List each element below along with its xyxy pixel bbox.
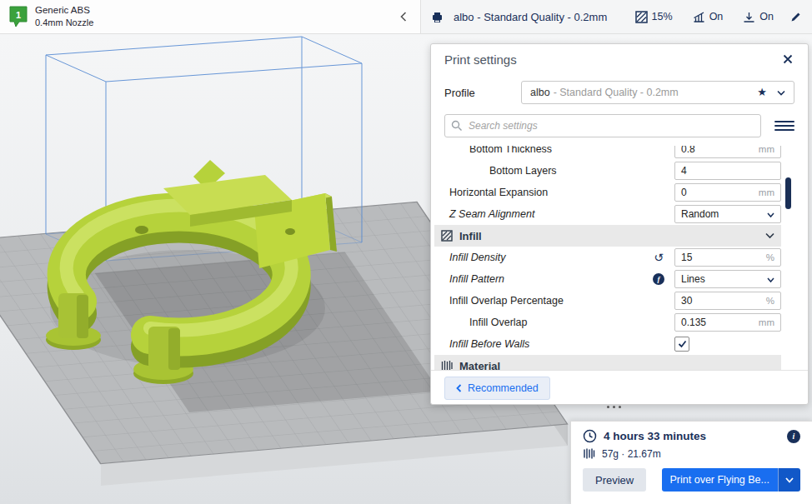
setting-row-bottom-layers: Bottom Layers 4 bbox=[431, 160, 808, 182]
setting-row-horizontal-expansion: Horizontal Expansion 0mm bbox=[431, 182, 808, 203]
recommended-mode-button[interactable]: Recommended bbox=[444, 377, 550, 400]
support-summary: On bbox=[693, 11, 724, 23]
panel-footer: Recommended bbox=[431, 370, 808, 404]
setting-row-infill-density: Infill Density ↺ 15% bbox=[431, 247, 808, 268]
printer-selector[interactable]: 1 Generic ABS 0.4mm Nozzle bbox=[0, 0, 421, 33]
print-settings-summary-bar[interactable]: albo - Standard Quality - 0.2mm 15% On O… bbox=[421, 0, 812, 33]
close-panel-button[interactable] bbox=[781, 52, 794, 66]
adhesion-icon bbox=[743, 11, 755, 23]
profile-name: albo bbox=[530, 87, 550, 98]
chevron-down-icon bbox=[777, 90, 785, 97]
printer-config-label: Generic ABS 0.4mm Nozzle bbox=[35, 4, 93, 28]
chevron-down-icon bbox=[765, 232, 774, 239]
material-usage-estimate: 57g · 21.67m bbox=[602, 448, 661, 460]
setting-row-infill-pattern: Infill Pattern f Lines bbox=[431, 268, 808, 290]
close-icon bbox=[783, 54, 793, 64]
support-state: On bbox=[709, 11, 724, 22]
chevron-down-icon bbox=[785, 477, 794, 483]
formula-icon[interactable]: f bbox=[653, 273, 664, 285]
chevron-left-icon bbox=[400, 12, 407, 22]
clock-icon bbox=[583, 429, 597, 443]
output-panel: 4 hours 33 minutes i 57g · 21.67m Previe… bbox=[570, 421, 812, 504]
horizontal-expansion-input[interactable]: 0mm bbox=[674, 183, 781, 202]
printer-glyph-icon bbox=[431, 11, 444, 23]
settings-scrollbar[interactable] bbox=[785, 177, 791, 209]
setting-row-infill-overlap-percentage: Infill Overlap Percentage 30% bbox=[431, 290, 808, 312]
cura-app: { "topbar": { "printer_badge": "1", "mat… bbox=[0, 0, 812, 504]
preview-button[interactable]: Preview bbox=[583, 468, 646, 492]
adhesion-summary: On bbox=[743, 11, 774, 23]
reset-value-icon[interactable]: ↺ bbox=[654, 252, 664, 263]
settings-menu-icon[interactable] bbox=[774, 121, 794, 131]
print-button-group: Print over Flying Be... bbox=[662, 468, 801, 492]
favorite-star-icon[interactable]: ★ bbox=[757, 86, 767, 98]
nozzle-size: 0.4mm Nozzle bbox=[35, 17, 93, 28]
panel-resize-handle[interactable] bbox=[607, 406, 621, 408]
edit-settings-button[interactable] bbox=[790, 11, 802, 22]
setting-row-bottom-thickness: Bottom Thickness 0.8mm bbox=[431, 146, 808, 160]
bottom-layers-input[interactable]: 4 bbox=[674, 162, 781, 180]
z-seam-alignment-dropdown[interactable]: Random bbox=[674, 205, 781, 223]
svg-text:1: 1 bbox=[16, 10, 21, 20]
material-usage-icon bbox=[583, 447, 595, 460]
adhesion-state: On bbox=[759, 11, 774, 22]
infill-category-icon bbox=[441, 230, 453, 242]
printer-status-icon: 1 bbox=[8, 5, 28, 28]
info-icon[interactable]: i bbox=[787, 430, 800, 443]
panel-header: Print settings bbox=[431, 44, 808, 74]
material-name: Generic ABS bbox=[35, 4, 93, 17]
infill-summary: 15% bbox=[635, 11, 673, 23]
top-bar: 1 Generic ABS 0.4mm Nozzle albo - Standa… bbox=[0, 0, 812, 34]
setting-row-z-seam-alignment: Z Seam Alignment Random bbox=[431, 203, 808, 225]
print-settings-panel: Print settings Profile albo - Standard Q… bbox=[430, 43, 809, 405]
profile-label: Profile bbox=[444, 87, 521, 99]
pencil-icon bbox=[790, 11, 802, 22]
category-material[interactable]: Material bbox=[434, 355, 781, 371]
infill-before-walls-checkbox[interactable] bbox=[674, 337, 689, 352]
category-infill[interactable]: Infill bbox=[434, 225, 781, 247]
setting-row-infill-before-walls: Infill Before Walls bbox=[431, 333, 808, 355]
infill-overlap-percentage-input[interactable]: 30% bbox=[674, 292, 781, 310]
infill-icon bbox=[635, 11, 648, 23]
infill-density-input[interactable]: 15% bbox=[674, 248, 781, 267]
infill-overlap-input[interactable]: 0.135mm bbox=[674, 313, 781, 332]
profile-dropdown[interactable]: albo - Standard Quality - 0.2mm ★ bbox=[521, 81, 794, 104]
chevron-left-icon bbox=[456, 384, 462, 392]
settings-list: Bottom Thickness 0.8mm Bottom Layers 4 H… bbox=[431, 146, 808, 371]
chevron-down-icon bbox=[767, 212, 774, 218]
infill-pattern-dropdown[interactable]: Lines bbox=[674, 270, 781, 288]
search-row bbox=[431, 114, 808, 137]
panel-title: Print settings bbox=[444, 52, 781, 67]
search-settings-input[interactable] bbox=[444, 114, 761, 137]
print-time-estimate: 4 hours 33 minutes bbox=[604, 430, 780, 442]
support-icon bbox=[693, 11, 705, 23]
search-icon bbox=[451, 120, 463, 132]
setting-row-infill-overlap: Infill Overlap 0.135mm bbox=[431, 312, 808, 333]
chevron-down-icon bbox=[767, 277, 774, 283]
bottom-thickness-input[interactable]: 0.8mm bbox=[674, 146, 781, 158]
check-icon bbox=[678, 340, 687, 348]
active-profile-summary: albo - Standard Quality - 0.2mm bbox=[454, 11, 607, 23]
infill-percent: 15% bbox=[652, 11, 673, 22]
profile-row: Profile albo - Standard Quality - 0.2mm … bbox=[431, 81, 808, 104]
print-options-dropdown[interactable] bbox=[778, 468, 800, 492]
collapse-panel-button[interactable] bbox=[395, 7, 412, 27]
profile-suffix: - Standard Quality - 0.2mm bbox=[554, 87, 679, 98]
print-button[interactable]: Print over Flying Be... bbox=[662, 468, 779, 492]
